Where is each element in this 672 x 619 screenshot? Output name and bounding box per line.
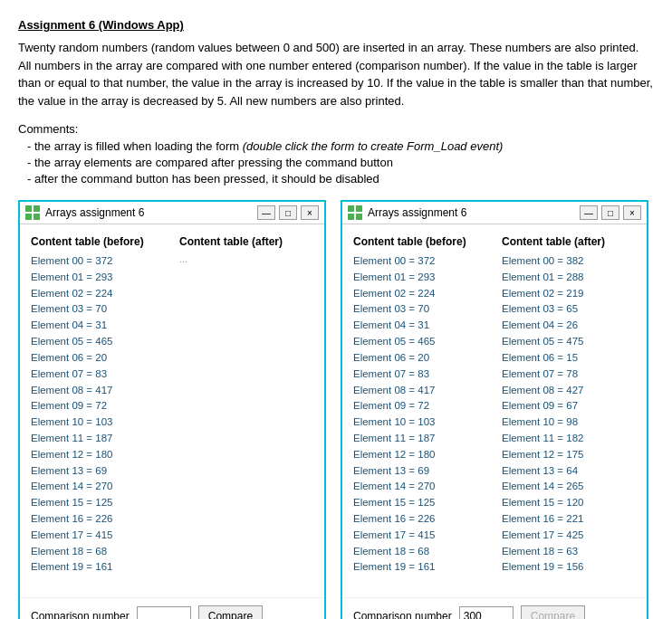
list-item: Element 04 = 31	[353, 318, 487, 334]
list-item: Element 17 = 415	[31, 528, 165, 544]
list-item: Element 10 = 103	[353, 414, 487, 431]
window1-titlebar: Arrays assignment 6 — □ ×	[20, 202, 324, 224]
window2-content-tables: Content table (before) Element 00 = 372E…	[353, 235, 636, 576]
description: Twenty random numbers (random values bet…	[18, 39, 654, 110]
list-item: Element 02 = 219	[502, 286, 636, 302]
list-item: Element 03 = 70	[31, 301, 165, 318]
list-item: Element 09 = 67	[502, 398, 636, 414]
list-item: Element 07 = 78	[502, 367, 636, 383]
window1-compare-button[interactable]: Compare	[198, 605, 263, 619]
list-item: Element 00 = 372	[353, 253, 487, 270]
list-item: Element 17 = 425	[502, 528, 636, 544]
list-item: Element 13 = 64	[502, 463, 636, 480]
window2-before-section: Content table (before) Element 00 = 372E…	[353, 235, 487, 576]
comments-section: Comments: the array is filled when loadi…	[18, 122, 654, 186]
list-item: Element 00 = 382	[502, 253, 636, 270]
window2-titlebar: Arrays assignment 6 — □ ×	[342, 202, 647, 224]
window2-comparison-input[interactable]	[459, 606, 514, 619]
window1-comparison-label: Comparison number	[31, 610, 130, 619]
list-item: Element 07 = 83	[31, 367, 165, 383]
svg-rect-5	[356, 205, 362, 212]
window1-footer: Comparison number Compare	[20, 597, 324, 619]
list-item: Element 05 = 475	[502, 334, 636, 350]
list-item: Element 11 = 187	[31, 431, 165, 447]
list-item: Element 08 = 417	[31, 383, 165, 399]
list-item: Element 15 = 125	[353, 495, 487, 511]
window1-maximize-btn[interactable]: □	[279, 205, 297, 220]
list-item: Element 05 = 465	[31, 334, 165, 350]
list-item: Element 08 = 417	[353, 383, 487, 399]
list-item: Element 10 = 98	[502, 414, 636, 431]
window1-before-section: Content table (before) Element 00 = 372E…	[31, 235, 165, 576]
list-item: Element 04 = 31	[31, 318, 165, 334]
list-item: Element 06 = 15	[502, 350, 636, 367]
window1-body: Content table (before) Element 00 = 372E…	[20, 224, 324, 597]
windows-row: Arrays assignment 6 — □ × Content table …	[18, 200, 654, 619]
list-item: Element 00 = 372	[31, 253, 165, 270]
comment-item-2: the array elements are compared after pr…	[27, 156, 654, 169]
list-item: Element 13 = 69	[31, 463, 165, 480]
window2-body: Content table (before) Element 00 = 372E…	[342, 224, 647, 597]
list-item: Element 18 = 68	[353, 544, 487, 560]
svg-rect-7	[356, 214, 362, 220]
window1-title: Arrays assignment 6	[45, 206, 252, 219]
window2-close-btn[interactable]: ×	[623, 205, 641, 220]
window1-controls[interactable]: — □ ×	[257, 205, 319, 220]
list-item: Element 04 = 26	[502, 318, 636, 334]
window1-content-tables: Content table (before) Element 00 = 372E…	[31, 235, 313, 576]
list-item: Element 18 = 68	[31, 544, 165, 560]
list-item: Element 14 = 270	[353, 479, 487, 495]
list-item: Element 12 = 180	[353, 447, 487, 463]
page-title: Assignment 6 (Windows App)	[18, 18, 654, 32]
window2-after-list: Element 00 = 382Element 01 = 288Element …	[502, 253, 636, 576]
list-item: Element 17 = 415	[353, 528, 487, 544]
list-item: Element 13 = 69	[353, 463, 487, 480]
list-item: Element 03 = 65	[502, 301, 636, 318]
list-item: Element 09 = 72	[353, 398, 487, 414]
window2-compare-button[interactable]: Compare	[521, 605, 585, 619]
list-item: Element 19 = 161	[31, 559, 165, 576]
window2-footer: Comparison number Compare	[342, 597, 647, 619]
list-item: Element 14 = 270	[31, 479, 165, 495]
window1-before-header: Content table (before)	[31, 235, 165, 248]
list-item: Element 06 = 20	[353, 350, 487, 367]
window2-title: Arrays assignment 6	[368, 206, 574, 219]
window1-comparison-input[interactable]	[137, 606, 191, 619]
list-item: Element 02 = 224	[31, 286, 165, 302]
list-item: Element 16 = 221	[502, 511, 636, 528]
comments-list: the array is filled when loading the for…	[18, 139, 654, 186]
window2-maximize-btn[interactable]: □	[601, 205, 619, 220]
list-item: Element 05 = 465	[353, 334, 487, 350]
list-item: Element 10 = 103	[31, 414, 165, 431]
window2-controls[interactable]: — □ ×	[580, 205, 641, 220]
window1-app-icon	[25, 205, 40, 220]
list-item: Element 11 = 182	[502, 431, 636, 447]
list-item: Element 03 = 70	[353, 301, 487, 318]
svg-rect-1	[34, 205, 40, 212]
list-item: Element 08 = 427	[502, 383, 636, 399]
window1-minimize-btn[interactable]: —	[257, 205, 275, 220]
list-item: Element 01 = 288	[502, 270, 636, 286]
list-item: Element 07 = 83	[353, 367, 487, 383]
svg-rect-6	[348, 214, 354, 220]
window2-after-section: Content table (after) Element 00 = 382El…	[502, 235, 636, 576]
window1-after-placeholder: ...	[179, 253, 313, 264]
list-item: Element 06 = 20	[31, 350, 165, 367]
comments-label: Comments:	[18, 122, 654, 136]
list-item: Element 18 = 63	[502, 544, 636, 560]
comment-item-1: the array is filled when loading the for…	[27, 139, 654, 153]
svg-rect-2	[25, 214, 32, 220]
window1-after-section: Content table (after) ...	[179, 235, 313, 576]
list-item: Element 12 = 180	[31, 447, 165, 463]
list-item: Element 16 = 226	[31, 511, 165, 528]
window2-after-header: Content table (after)	[502, 235, 636, 248]
list-item: Element 19 = 161	[353, 559, 487, 576]
list-item: Element 15 = 120	[502, 495, 636, 511]
window1-after-header: Content table (after)	[179, 235, 313, 248]
window2-before-header: Content table (before)	[353, 235, 487, 248]
window1-before-list: Element 00 = 372Element 01 = 293Element …	[31, 253, 165, 576]
list-item: Element 01 = 293	[353, 270, 487, 286]
window1-close-btn[interactable]: ×	[301, 205, 319, 220]
comment-item-3: after the command button has been presse…	[27, 172, 654, 186]
window2-minimize-btn[interactable]: —	[580, 205, 598, 220]
